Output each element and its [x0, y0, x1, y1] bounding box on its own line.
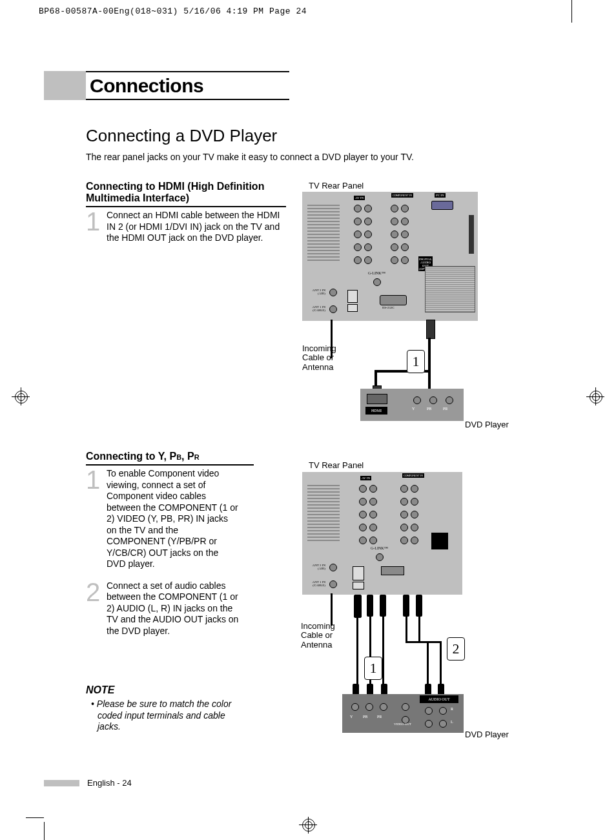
component-step-1: 1 To enable Component video viewing, con… [86, 468, 254, 570]
section-header-accent [44, 71, 86, 100]
video-out-label: VIDEO OUT [394, 722, 411, 726]
ant1-label-2: ANT 1 IN (CABLE) [309, 580, 325, 587]
tv-rear-panel-diagram: AV IN COMPONENT IN PC IN DIGITALAUDIO OU… [302, 192, 478, 321]
cable-line [375, 371, 377, 385]
pr-label: PR [443, 407, 447, 411]
pb-label: PB [427, 407, 431, 411]
hdmi-port-label: HDMI [365, 407, 387, 415]
print-job-header: BP68-00587A-00Eng(018~031) 5/16/06 4:19 … [39, 6, 307, 16]
dvd-player-label-2: DVD Player [465, 730, 509, 739]
ant2-label: ANT 2 IN (AIR) [309, 289, 325, 295]
rca-plugs-tv [354, 595, 431, 619]
pr-label-2: PR [377, 715, 382, 719]
step-number: 2 [86, 580, 107, 637]
crop-mark-icon [44, 822, 45, 840]
pb-label-2: PB [363, 715, 367, 719]
step-number: 1 [86, 210, 107, 244]
callout-1b: 1 [364, 657, 382, 680]
cable-line [356, 617, 358, 688]
note-text: • Please be sure to match the color code… [86, 699, 247, 733]
registration-mark-icon [12, 387, 30, 405]
hdmi-step-1: 1 Connect an HDMI cable between the HDMI… [86, 210, 286, 244]
cable-line [418, 617, 420, 642]
av-in-label-2: AV IN [360, 476, 371, 480]
cable-line [427, 641, 429, 688]
ant2-label-2: ANT 2 IN (AIR) [309, 564, 325, 570]
footer-accent [44, 780, 79, 786]
tv-rear-panel-label-2: TV Rear Panel [309, 460, 364, 470]
callout-2: 2 [447, 637, 465, 661]
crop-line [571, 0, 572, 23]
registration-mark-icon [299, 815, 317, 834]
note-block: NOTE • Please be sure to match the color… [86, 684, 247, 733]
ant1-label: ANT 1 IN (CABLE) [309, 305, 325, 312]
pc-in-label: PC IN [435, 193, 446, 198]
registration-mark-icon [586, 387, 604, 405]
av-in-label: AV IN [354, 196, 365, 200]
component-title: Connecting to Y, PB, PR [86, 451, 254, 466]
note-title: NOTE [86, 684, 247, 696]
step-text: To enable Component video viewing, conne… [107, 468, 239, 570]
subsection-title: Connecting a DVD Player [86, 126, 277, 146]
hdmi-block: Connecting to HDMI (High Definition Mult… [86, 181, 286, 244]
page-footer: English - 24 [44, 778, 132, 788]
incoming-cable-label-2: Incoming Cable or Antenna [301, 622, 340, 650]
component-in-label-2: COMPONENT IN [402, 473, 424, 478]
crop-mark-icon [26, 817, 44, 818]
hdmi-title: Connecting to HDMI (High Definition Mult… [86, 181, 286, 207]
page-content: Connections Connecting a DVD Player The … [44, 23, 572, 817]
cable-line [382, 617, 384, 688]
cable-line [406, 617, 407, 642]
rs232c-label: RS-232C [381, 305, 396, 310]
dvd-player-label: DVD Player [465, 420, 509, 429]
footer-text: English - 24 [87, 778, 132, 788]
glink-label-2: G-LINK™ [369, 546, 389, 551]
incoming-cable-label: Incoming Cable or Antenna [302, 344, 341, 372]
step-text: Connect an HDMI cable between the HDMI I… [107, 210, 286, 244]
step-text: Connect a set of audio cables between th… [107, 580, 239, 637]
callout-1: 1 [407, 350, 425, 373]
glink-label: G-LINK™ [367, 271, 387, 276]
y-label-2: Y [350, 715, 353, 719]
intro-text: The rear panel jacks on your TV make it … [86, 152, 414, 162]
hdmi-plug-icon [426, 320, 435, 339]
step-number: 1 [86, 468, 107, 570]
component-block: Connecting to Y, PB, PR 1 To enable Comp… [86, 451, 254, 637]
section-header: Connections [44, 71, 289, 100]
section-title: Connections [86, 71, 289, 100]
audio-out-label: AUDIO OUT [420, 695, 458, 703]
tv-rear-panel-diagram-2: AV IN COMPONENT IN G-LINK™ ANT 2 IN (AIR… [302, 472, 462, 595]
y-label: Y [412, 407, 415, 411]
component-step-2: 2 Connect a set of audio cables between … [86, 580, 254, 637]
component-in-label: COMPONENT IN [391, 193, 413, 198]
cable-line [440, 641, 442, 688]
dvd-player-diagram: HDMI Y PB PR [360, 389, 464, 421]
tv-rear-panel-label: TV Rear Panel [309, 181, 364, 190]
dvd-player-diagram-2: Y PB PR VIDEO OUT AUDIO OUT R L [342, 694, 464, 733]
